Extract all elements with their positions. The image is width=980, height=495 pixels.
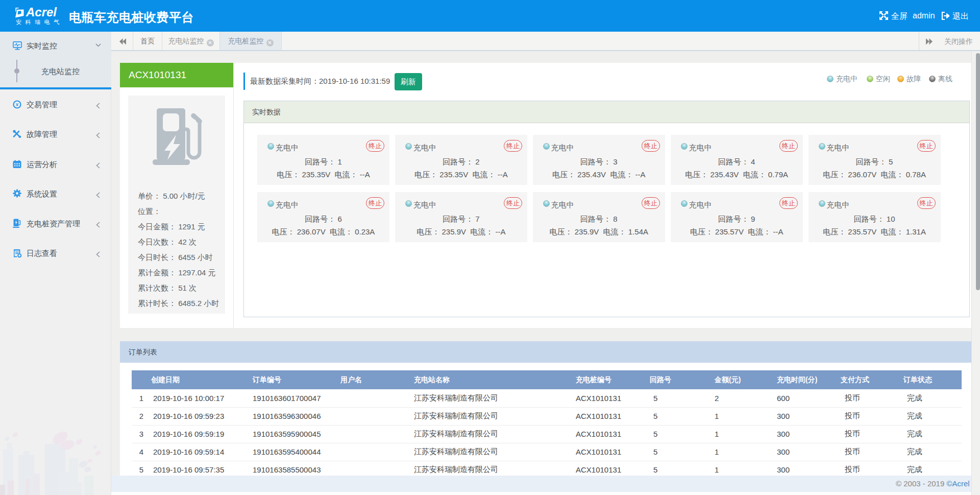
svg-text:¥: ¥	[16, 102, 18, 107]
